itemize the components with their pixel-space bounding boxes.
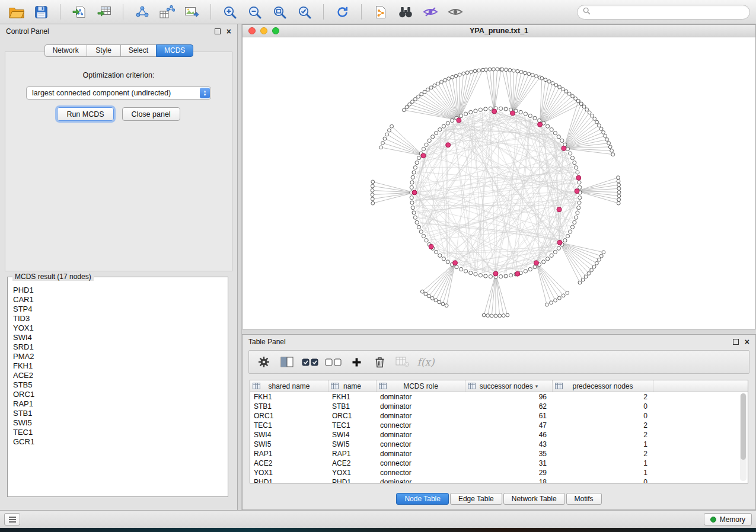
refresh-view-icon[interactable] [332,3,353,21]
vertical-splitter[interactable] [238,24,242,510]
network-node[interactable] [504,107,508,111]
leaf-node[interactable] [371,180,375,184]
leaf-node[interactable] [617,180,620,183]
network-node[interactable] [469,271,473,275]
search-input[interactable] [594,8,744,16]
leaf-node[interactable] [617,183,621,187]
leaf-node[interactable] [595,261,599,265]
network-node[interactable] [413,216,417,219]
leaf-node[interactable] [591,114,594,117]
network-node[interactable] [479,108,482,111]
leaf-node[interactable] [599,254,603,258]
mcds-result-item[interactable]: STP4 [13,305,222,314]
leaf-node[interactable] [617,201,620,205]
leaf-node[interactable] [383,137,387,140]
network-node[interactable] [519,110,522,114]
sort-dropdown-icon[interactable]: ▾ [535,383,538,389]
leaf-node[interactable] [617,187,621,190]
horizontal-splitter[interactable] [242,329,756,334]
leaf-node[interactable] [587,272,591,275]
leaf-node[interactable] [433,84,436,88]
leaf-node[interactable] [527,72,531,76]
window-close-button[interactable] [248,27,256,34]
mcds-result-item[interactable]: STB5 [13,380,222,390]
float-table-panel-icon[interactable] [733,339,739,345]
leaf-node[interactable] [451,75,454,79]
leaf-node[interactable] [607,142,611,145]
leaf-node[interactable] [447,77,451,81]
column-header-predecessor-nodes[interactable]: predecessor nodes [553,380,653,392]
leaf-node[interactable] [535,75,538,78]
search-box[interactable] [577,5,750,20]
leaf-node[interactable] [434,299,438,302]
network-node[interactable] [533,265,537,269]
mcds-result-item[interactable]: RAP1 [13,399,222,409]
leaf-node[interactable] [496,68,499,71]
network-node[interactable] [570,156,574,160]
leaf-node[interactable] [417,95,420,98]
network-node[interactable] [528,114,532,117]
table-row[interactable]: TEC1TEC1connector472 [250,421,748,430]
leaf-node[interactable] [371,189,374,193]
leaf-node[interactable] [477,69,481,72]
table-row[interactable]: SWI4SWI4dominator462 [250,430,748,440]
leaf-node[interactable] [470,70,473,73]
leaf-node[interactable] [484,68,488,72]
leaf-node[interactable] [608,145,612,149]
network-node[interactable] [464,112,468,116]
network-node[interactable] [442,124,445,128]
leaf-node[interactable] [490,314,493,318]
network-node[interactable] [578,181,581,184]
network-node[interactable] [578,185,582,189]
leaf-node[interactable] [481,68,484,72]
network-node[interactable] [438,254,442,257]
table-row[interactable]: STB1STB1dominator620 [250,402,748,411]
leaf-node[interactable] [454,74,458,78]
network-node[interactable] [546,124,550,128]
network-node[interactable] [553,132,557,135]
leaf-node[interactable] [403,108,406,112]
network-node[interactable] [524,112,527,116]
network-node[interactable] [575,216,578,219]
leaf-node[interactable] [540,76,544,80]
leaf-node[interactable] [519,70,523,74]
leaf-node[interactable] [424,292,428,296]
leaf-node[interactable] [492,68,496,71]
network-node[interactable] [569,152,572,155]
leaf-node[interactable] [508,69,512,72]
network-node[interactable] [417,225,420,229]
network-from-table-icon[interactable] [157,3,177,21]
leaf-node[interactable] [390,124,394,128]
network-node[interactable] [411,206,414,210]
leaf-node[interactable] [486,314,490,318]
mcds-result-item[interactable]: SWI5 [13,418,222,428]
column-header-name[interactable]: name [328,380,377,392]
memory-button[interactable]: Memory [704,513,752,525]
tab-mcds[interactable]: MCDS [156,44,193,57]
leaf-node[interactable] [558,85,562,89]
new-network-icon[interactable] [132,3,152,21]
leaf-node[interactable] [440,80,444,84]
import-table-from-file-icon[interactable] [94,3,114,21]
export-image-icon[interactable] [181,3,202,21]
network-node[interactable] [450,118,454,122]
open-file-icon[interactable] [6,3,27,21]
mcds-result-item[interactable]: FKH1 [13,361,222,371]
leaf-node[interactable] [405,105,409,109]
leaf-node[interactable] [564,89,568,93]
network-node[interactable] [464,270,468,273]
network-graph[interactable] [243,37,755,329]
network-node[interactable] [411,175,414,179]
leaf-node[interactable] [436,82,440,85]
show-columns-icon[interactable] [278,353,296,371]
leaf-node[interactable] [562,294,565,297]
leaf-node[interactable] [602,131,605,134]
network-node[interactable] [412,171,416,174]
leaf-node[interactable] [420,290,424,293]
network-node[interactable] [578,201,581,204]
leaf-node[interactable] [441,302,445,306]
network-node[interactable] [413,166,417,169]
tab-style[interactable]: Style [87,44,121,57]
network-node[interactable] [410,201,414,204]
leaf-node[interactable] [610,149,614,152]
